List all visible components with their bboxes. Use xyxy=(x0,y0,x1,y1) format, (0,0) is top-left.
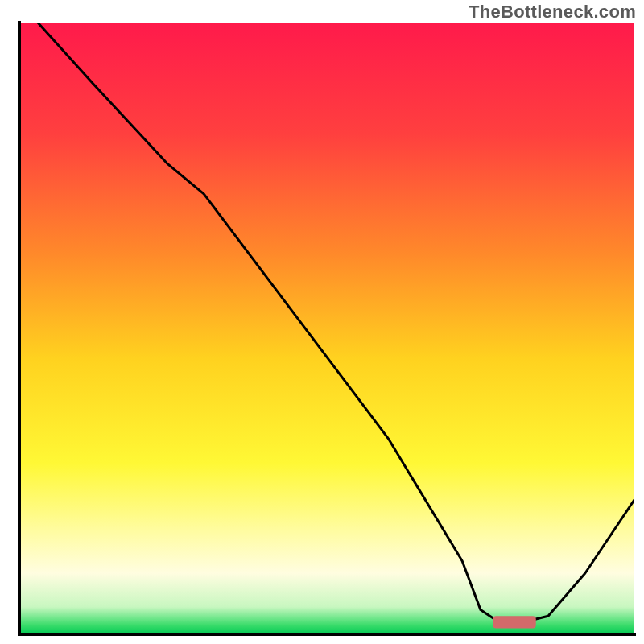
gradient-background xyxy=(19,23,634,634)
optimal-range-marker xyxy=(493,616,535,628)
watermark-text: TheBottleneck.com xyxy=(469,2,636,23)
chart-stage: TheBottleneck.com xyxy=(0,0,644,644)
bottleneck-chart xyxy=(0,0,644,644)
